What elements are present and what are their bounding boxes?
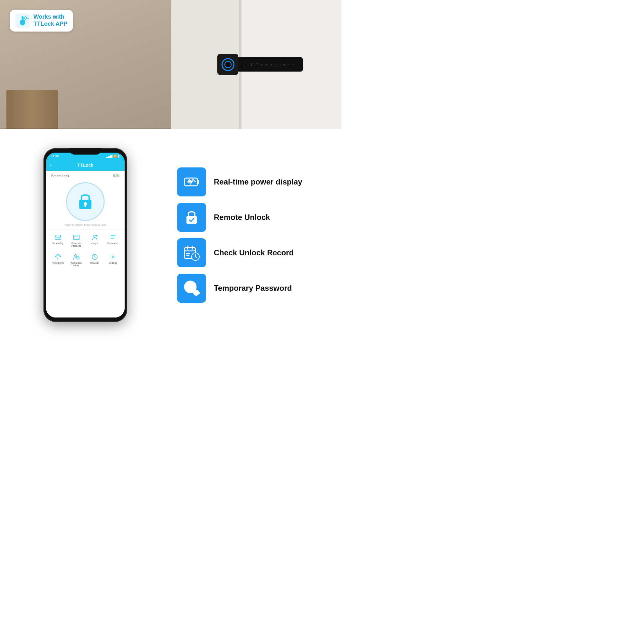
wifi-icon: 🛜 xyxy=(113,155,117,158)
smart-lock-device: — ∩ ∏ ⊤ ∪ ω ∧ □ □ ∩ ∩ # xyxy=(217,54,303,75)
status-icons: ▂▄▆ 🛜 ▮ xyxy=(106,155,119,158)
top-right-photo: — ∩ ∏ ⊤ ∪ ω ∧ □ □ ∩ ∩ # xyxy=(171,0,341,129)
phone-mockup: 12:38 ▂▄▆ 🛜 ▮ ‹ TTLock Smart Lock xyxy=(43,148,127,322)
generate-passcode-label: Generate Passcode xyxy=(68,242,84,248)
ekeys-icon xyxy=(90,233,99,241)
svg-point-42 xyxy=(195,292,197,294)
ekeys-label: eKeys xyxy=(91,242,98,245)
records-icon xyxy=(90,253,99,261)
records-label: Records xyxy=(90,262,99,264)
authorized-admin-label: Authorized Admin xyxy=(68,262,84,267)
calendar-clock-feature-icon xyxy=(183,244,200,261)
menu-fingerprints[interactable]: Fingerprints xyxy=(49,251,66,269)
passcodes-icon xyxy=(109,233,117,241)
menu-ekeys[interactable]: eKeys xyxy=(86,232,103,249)
passcodes-label: Passcodes xyxy=(107,242,118,245)
wooden-board xyxy=(6,90,58,129)
menu-settings[interactable]: Settings xyxy=(104,251,121,269)
app-menu-row1: Send eKey xyxy=(46,230,125,251)
send-ekey-label: Send eKey xyxy=(52,242,63,245)
lock-icon xyxy=(76,192,95,211)
app-menu-row2: Fingerprints xyxy=(46,251,125,270)
menu-generate-passcode[interactable]: Generate Passcode xyxy=(68,232,85,249)
fingerprints-icon xyxy=(54,253,62,261)
phone-time: 12:38 xyxy=(51,155,59,158)
feature-text-temp-password: Temporary Password xyxy=(214,284,292,293)
svg-point-27 xyxy=(112,256,114,258)
svg-rect-8 xyxy=(55,235,61,240)
lock-keypad: — ∩ ∏ ⊤ ∪ ω ∧ □ □ ∩ ∩ # xyxy=(238,57,303,72)
feature-row-temp-password: Temporary Password xyxy=(177,274,332,303)
svg-rect-7 xyxy=(84,205,86,207)
settings-icon xyxy=(109,253,117,261)
feature-text-check-record: Check Unlock Record xyxy=(214,248,294,258)
feature-row-remote-unlock: Remote Unlock xyxy=(177,203,332,232)
feature-text-power: Real-time power display xyxy=(214,177,302,187)
back-button[interactable]: ‹ xyxy=(50,162,52,168)
top-section: Works with TTLock APP — ∩ ∏ ⊤ ∪ ω ∧ □ □ … xyxy=(0,0,341,129)
menu-records[interactable]: Records xyxy=(86,251,103,269)
features-container: Real-time power display Remote Unlock xyxy=(171,129,341,341)
authorized-admin-icon xyxy=(72,253,81,261)
battery-icon: ▮ xyxy=(118,155,119,158)
ttlock-hand-key-icon xyxy=(15,14,30,28)
top-left-photo: Works with TTLock APP xyxy=(0,0,171,129)
svg-rect-29 xyxy=(197,180,199,184)
bottom-section: 12:38 ▂▄▆ 🛜 ▮ ‹ TTLock Smart Lock xyxy=(0,129,341,341)
remote-unlock-icon-box xyxy=(177,203,206,232)
lock-circle[interactable] xyxy=(66,182,105,221)
battery-level: 60% xyxy=(113,174,119,178)
app-title: TTLock xyxy=(77,163,93,168)
feature-row-check-record: Check Unlock Record xyxy=(177,238,332,267)
phone-notch xyxy=(69,148,101,155)
check-record-icon-box xyxy=(177,238,206,267)
menu-authorized-admin[interactable]: Authorized Admin xyxy=(68,251,85,269)
fingerprint-ring xyxy=(222,58,234,71)
power-icon-box xyxy=(177,167,206,196)
temp-password-icon-box xyxy=(177,274,206,303)
ttlock-badge-text: Works with TTLock APP xyxy=(33,14,67,27)
feature-text-remote-unlock: Remote Unlock xyxy=(214,213,270,222)
menu-send-ekey[interactable]: Send eKey xyxy=(49,232,66,249)
clock-key-feature-icon xyxy=(183,280,200,297)
svg-point-16 xyxy=(93,235,96,238)
svg-rect-9 xyxy=(73,235,79,240)
lock-check-feature-icon xyxy=(183,209,200,226)
feature-row-power: Real-time power display xyxy=(177,167,332,196)
generate-passcode-icon xyxy=(72,233,81,241)
settings-label: Settings xyxy=(109,262,117,264)
phone-screen: 12:38 ▂▄▆ 🛜 ▮ ‹ TTLock Smart Lock xyxy=(46,153,125,317)
lock-body xyxy=(217,54,238,75)
lock-title-row: Smart Lock 60% xyxy=(46,174,125,180)
app-header: ‹ TTLock xyxy=(46,160,125,171)
wall-line xyxy=(0,128,171,129)
menu-passcodes[interactable]: Passcodes xyxy=(104,232,121,249)
svg-point-22 xyxy=(74,254,77,257)
app-body: Smart Lock 60% Touch to Unlock, Lon xyxy=(46,171,125,317)
svg-point-17 xyxy=(96,235,97,236)
battery-feature-icon xyxy=(183,174,200,190)
signal-icon: ▂▄▆ xyxy=(106,155,112,158)
svg-rect-30 xyxy=(186,216,197,224)
fingerprints-label: Fingerprints xyxy=(52,262,64,264)
phone-container: 12:38 ▂▄▆ 🛜 ▮ ‹ TTLock Smart Lock xyxy=(0,129,171,341)
ttlock-badge: Works with TTLock APP xyxy=(10,10,73,32)
lock-name: Smart Lock xyxy=(51,174,69,178)
fingerprint-center xyxy=(224,61,232,68)
unlock-hint: Touch to Unlock, Long Press to Lock xyxy=(64,223,106,226)
send-ekey-icon xyxy=(54,233,62,241)
